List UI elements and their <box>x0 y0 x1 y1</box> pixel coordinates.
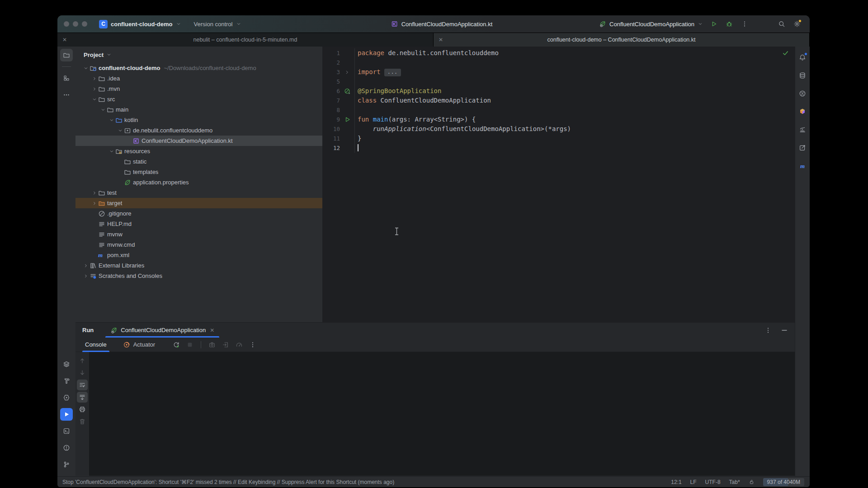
print-button[interactable] <box>77 404 88 415</box>
tree-item-pom.xml[interactable]: mpom.xml <box>75 250 322 260</box>
search-everywhere-button[interactable] <box>775 18 788 30</box>
window-tab-markdown[interactable]: ✕ nebulit – confluent-cloud-in-5-minuten… <box>57 33 434 47</box>
folded-imports[interactable]: ... <box>384 69 401 76</box>
tree-item-.idea[interactable]: .idea <box>75 73 322 84</box>
run-configuration-widget[interactable]: ConfluentCloudDemoApplication <box>597 19 705 29</box>
tool-stripe-build-button[interactable] <box>60 375 73 387</box>
tree-item-kotlin[interactable]: kotlin <box>75 115 322 125</box>
close-run-tab-icon[interactable]: ✕ <box>210 327 214 333</box>
tree-chevron-icon[interactable] <box>82 263 90 268</box>
tree-chevron-icon[interactable] <box>90 190 98 196</box>
tree-item-.mvn[interactable]: .mvn <box>75 84 322 94</box>
tree-item-resources[interactable]: resources <box>75 146 322 156</box>
minimize-window-button[interactable] <box>73 21 78 27</box>
console-output[interactable] <box>89 352 795 476</box>
tree-item-de.nebulit.confluentclouddemo[interactable]: de.nebulit.confluentclouddemo <box>75 125 322 136</box>
zoom-window-button[interactable] <box>82 21 87 27</box>
settings-button[interactable] <box>791 18 803 30</box>
tool-stripe-run-button[interactable] <box>60 408 73 421</box>
tree-item-.gitignore[interactable]: .gitignore <box>75 208 322 219</box>
tool-stripe-notifications-button[interactable] <box>796 51 809 64</box>
fold-arrow-gutter-icon[interactable] <box>340 67 354 77</box>
tool-stripe-structure-button[interactable] <box>60 72 73 84</box>
memory-indicator[interactable]: 937 of 4040M <box>763 478 804 486</box>
project-widget[interactable]: C confluent-cloud-demo <box>96 19 184 30</box>
version-control-widget[interactable]: Version control <box>191 19 244 29</box>
code-line-3[interactable]: 3import ... <box>323 67 795 77</box>
tree-chevron-icon[interactable] <box>116 128 124 133</box>
code-line-6[interactable]: 6@SpringBootApplication <box>323 86 795 96</box>
code-line-8[interactable]: 8 <box>323 105 795 115</box>
rerun-button[interactable] <box>170 339 182 351</box>
more-button[interactable] <box>247 339 259 351</box>
tree-item-mvnw[interactable]: mvnw <box>75 229 322 239</box>
tool-stripe-database-button[interactable] <box>796 69 809 82</box>
tree-item-confluentclouddemoapplication.kt[interactable]: ConfluentCloudDemoApplication.kt <box>75 136 322 146</box>
tool-stripe-more-tool-windows-button[interactable] <box>60 89 73 101</box>
code-line-5[interactable]: 5 <box>323 77 795 86</box>
code-line-9[interactable]: 9fun main(args: Array<String>) { <box>323 115 795 124</box>
close-tab-icon[interactable]: ✕ <box>439 37 443 43</box>
more-actions-button[interactable] <box>738 18 751 30</box>
tree-item-target[interactable]: target <box>75 198 322 208</box>
code-line-7[interactable]: 7class ConfluentCloudDemoApplication <box>323 96 795 105</box>
inspection-ok-icon[interactable] <box>782 50 789 56</box>
close-tab-icon[interactable]: ✕ <box>62 37 67 43</box>
tree-item-src[interactable]: src <box>75 94 322 104</box>
actuator-tab[interactable]: Actuator <box>123 341 155 348</box>
spring-class-gutter-icon[interactable] <box>340 86 354 96</box>
tree-item-external-libraries[interactable]: External Libraries <box>75 260 322 271</box>
code-line-11[interactable]: 11} <box>323 134 795 143</box>
code-editor[interactable]: 1package de.nebulit.confluentclouddemo23… <box>323 47 795 322</box>
soft-wrap-button[interactable] <box>77 380 88 390</box>
tool-stripe-plugin-x-button[interactable] <box>796 87 809 100</box>
tool-stripe-problems-button[interactable] <box>60 441 73 454</box>
tree-chevron-icon[interactable] <box>90 201 98 206</box>
tree-item-scratches-and-consoles[interactable]: Scratches and Consoles <box>75 271 322 281</box>
run-panel-options-button[interactable] <box>762 324 774 336</box>
tree-item-confluent-cloud-demo[interactable]: confluent-cloud-demo~/Downloads/confluen… <box>75 63 322 73</box>
run-button[interactable] <box>708 18 720 30</box>
tree-item-help.md[interactable]: HELP.md <box>75 219 322 229</box>
chevron-down-icon[interactable] <box>106 52 112 57</box>
tree-chevron-icon[interactable] <box>90 97 98 102</box>
line-separator[interactable]: LF <box>690 479 697 485</box>
unlock-icon[interactable] <box>749 479 755 485</box>
code-line-1[interactable]: 1package de.nebulit.confluentclouddemo <box>323 48 795 58</box>
tree-item-main[interactable]: main <box>75 104 322 115</box>
tree-chevron-icon[interactable] <box>108 149 115 154</box>
file-encoding[interactable]: UTF-8 <box>705 479 721 485</box>
run-triangle-gutter-icon[interactable] <box>340 115 354 124</box>
tool-stripe-maven-button[interactable]: m <box>796 160 809 172</box>
indent-style[interactable]: Tab* <box>729 479 740 485</box>
scroll-to-end-button[interactable] <box>77 392 88 403</box>
tree-chevron-icon[interactable] <box>82 273 90 279</box>
console-tab[interactable]: Console <box>82 338 109 352</box>
close-window-button[interactable] <box>64 21 69 27</box>
tree-item-static[interactable]: static <box>75 156 322 167</box>
window-tab-kotlin[interactable]: ✕ confluent-cloud-demo – ConfluentCloudD… <box>434 33 810 47</box>
tree-chevron-icon[interactable] <box>99 107 107 113</box>
tool-stripe-terminal-button[interactable] <box>60 425 73 437</box>
hide-panel-button[interactable] <box>778 324 790 336</box>
code-line-2[interactable]: 2 <box>323 58 795 67</box>
tree-chevron-icon[interactable] <box>90 86 98 92</box>
run-tab[interactable]: ConfluentCloudDemoApplication ✕ <box>105 323 219 338</box>
caret-position[interactable]: 12:1 <box>671 479 681 485</box>
tree-item-mvnw.cmd[interactable]: mvnw.cmd <box>75 239 322 250</box>
tree-item-application.properties[interactable]: application.properties <box>75 177 322 188</box>
debug-button[interactable] <box>723 18 736 30</box>
tree-chevron-icon[interactable] <box>90 76 98 81</box>
tree-chevron-icon[interactable] <box>82 66 90 71</box>
tree-item-test[interactable]: test <box>75 188 322 198</box>
code-line-10[interactable]: 10 runApplication<ConfluentCloudDemoAppl… <box>323 124 795 134</box>
status-message[interactable]: Stop 'ConfluentCloudDemoApplication': Sh… <box>62 479 671 485</box>
tool-stripe-project-button[interactable] <box>60 49 73 61</box>
tool-stripe-spring-button[interactable] <box>60 391 73 404</box>
tool-stripe-version-control-button[interactable] <box>60 458 73 471</box>
code-line-12[interactable]: 12 <box>323 143 795 153</box>
tool-stripe-plugin-cube-button[interactable] <box>796 105 809 118</box>
tool-stripe-edit-scratch-button[interactable] <box>796 141 809 154</box>
tool-stripe-services-button[interactable] <box>60 358 73 371</box>
tree-chevron-icon[interactable] <box>108 117 115 123</box>
